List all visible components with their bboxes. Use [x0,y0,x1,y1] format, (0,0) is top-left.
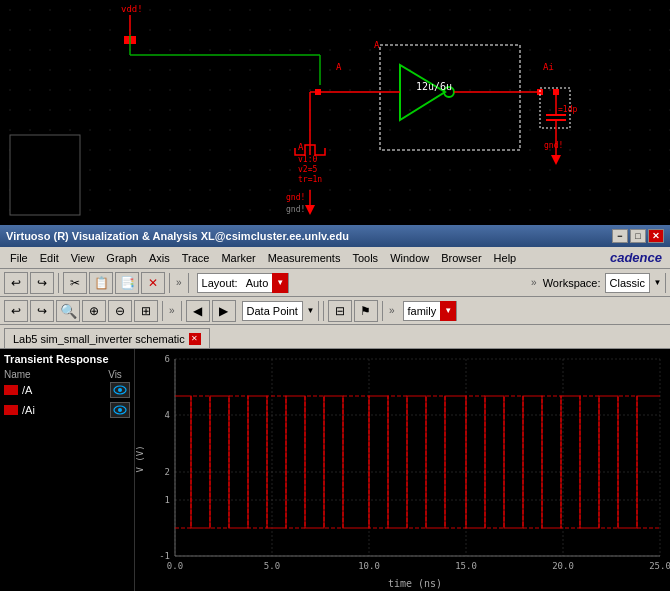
tb2-nav2[interactable]: ▶ [212,300,236,322]
separator1 [58,273,59,293]
layout-label: Layout: [198,277,242,289]
copy-button[interactable]: 📋 [89,272,113,294]
svg-text:15.0: 15.0 [455,561,477,571]
close-button[interactable]: ✕ [648,229,664,243]
eye-icon2 [113,405,127,415]
menu-axis[interactable]: Axis [143,250,176,266]
svg-rect-17 [553,89,559,95]
svg-text:tr=1n: tr=1n [298,175,322,184]
schematic-tab[interactable]: Lab5 sim_small_inverter schematic ✕ [4,328,210,348]
svg-text:20.0: 20.0 [552,561,574,571]
svg-text:5.0: 5.0 [264,561,280,571]
svg-text:A: A [374,40,380,50]
menu-trace[interactable]: Trace [176,250,216,266]
tb2-calc[interactable]: ⊟ [328,300,352,322]
menu-bar: File Edit View Graph Axis Trace Marker M… [0,247,670,269]
plot-svg: 6 4 2 1 -1 0.0 5.0 10.0 15.0 20.0 25.0 V… [135,349,670,591]
menu-tools[interactable]: Tools [346,250,384,266]
tb2-nav1[interactable]: ◀ [186,300,210,322]
svg-text:v1:0: v1:0 [298,155,317,164]
plot-area: Transient Response Name Vis /A /Ai [0,349,670,591]
family-combo[interactable]: family ▼ [403,301,458,321]
title-text: Virtuoso (R) Visualization & Analysis XL… [6,230,349,242]
legend-panel: Transient Response Name Vis /A /Ai [0,349,135,591]
cut-button[interactable]: ✂ [63,272,87,294]
schematic-area: A vdd! A A Ai 12u/6u v1:0 v2=5 tr=1n gnd… [0,0,670,225]
tb2-expand2[interactable]: » [387,305,397,316]
tb2-zoomin[interactable]: ⊕ [82,300,106,322]
datapoint-combo[interactable]: Data Point ▼ [242,301,319,321]
tb2-zoom[interactable]: 🔍 [56,300,80,322]
trace-a-visibility[interactable] [110,382,130,398]
cadence-logo: cadence [610,250,666,265]
svg-text:10.0: 10.0 [358,561,380,571]
workspace-arrow[interactable]: ▼ [649,273,665,293]
menu-browser[interactable]: Browser [435,250,487,266]
delete-button[interactable]: ✕ [141,272,165,294]
minimize-button[interactable]: − [612,229,628,243]
svg-text:6: 6 [165,354,170,364]
menu-window[interactable]: Window [384,250,435,266]
svg-text:2: 2 [165,467,170,477]
svg-rect-46 [135,349,670,591]
toolbar1-expand[interactable]: » [174,277,184,288]
menu-help[interactable]: Help [488,250,523,266]
tb2-sep4 [382,301,383,321]
tab-label: Lab5 sim_small_inverter schematic [13,333,185,345]
svg-text:A: A [336,62,342,72]
tb2-btn1[interactable]: ↩ [4,300,28,322]
svg-text:Ai: Ai [543,62,554,72]
svg-text:=1dp: =1dp [558,105,577,114]
layout-value: Auto [242,277,273,289]
legend-row-a: /A [4,382,130,398]
menu-view[interactable]: View [65,250,101,266]
workspace-label: Workspace: [543,277,601,289]
trace-ai-visibility[interactable] [110,402,130,418]
separator2 [169,273,170,293]
maximize-button[interactable]: □ [630,229,646,243]
plot-title: Transient Response [4,353,130,365]
separator3 [188,273,189,293]
svg-text:time (ns): time (ns) [388,578,442,589]
datapoint-arrow[interactable]: ▼ [302,301,318,321]
trace-a-name: /A [22,384,106,396]
toolbar1: ↩ ↪ ✂ 📋 📑 ✕ » Layout: Auto ▼ » Workspace… [0,269,670,297]
eye-icon [113,385,127,395]
toolbar2: ↩ ↪ 🔍 ⊕ ⊖ ⊞ » ◀ ▶ Data Point ▼ ⊟ ⚑ » fam… [0,297,670,325]
menu-edit[interactable]: Edit [34,250,65,266]
svg-text:A: A [298,142,304,152]
svg-point-45 [118,408,122,412]
menu-file[interactable]: File [4,250,34,266]
tb2-sep1 [162,301,163,321]
toolbar1-expand2[interactable]: » [529,277,539,288]
undo-button[interactable]: ↩ [4,272,28,294]
tb2-expand1[interactable]: » [167,305,177,316]
legend-row-ai: /Ai [4,402,130,418]
tab-bar: Lab5 sim_small_inverter schematic ✕ [0,325,670,349]
redo-button[interactable]: ↪ [30,272,54,294]
tb2-sep3 [323,301,324,321]
title-bar-controls: − □ ✕ [612,229,664,243]
tb2-marker[interactable]: ⚑ [354,300,378,322]
menu-graph[interactable]: Graph [100,250,143,266]
tb2-fit[interactable]: ⊞ [134,300,158,322]
layout-combo[interactable]: Layout: Auto ▼ [197,273,290,293]
tab-close-button[interactable]: ✕ [189,333,201,345]
workspace-combo[interactable]: Classic ▼ [605,273,666,293]
tb2-zoomout[interactable]: ⊖ [108,300,132,322]
menu-measurements[interactable]: Measurements [262,250,347,266]
trace-ai-name: /Ai [22,404,106,416]
menu-marker[interactable]: Marker [215,250,261,266]
paste-button[interactable]: 📑 [115,272,139,294]
legend-header: Name Vis [4,369,130,380]
legend-vis-header: Vis [100,369,130,380]
svg-text:gnd!: gnd! [286,193,305,202]
tb2-btn2[interactable]: ↪ [30,300,54,322]
svg-point-43 [118,388,122,392]
layout-arrow[interactable]: ▼ [272,273,288,293]
svg-rect-5 [10,135,80,215]
family-value: family [404,305,441,317]
svg-text:gnd!: gnd! [544,141,563,150]
legend-name-header: Name [4,369,100,380]
family-arrow[interactable]: ▼ [440,301,456,321]
